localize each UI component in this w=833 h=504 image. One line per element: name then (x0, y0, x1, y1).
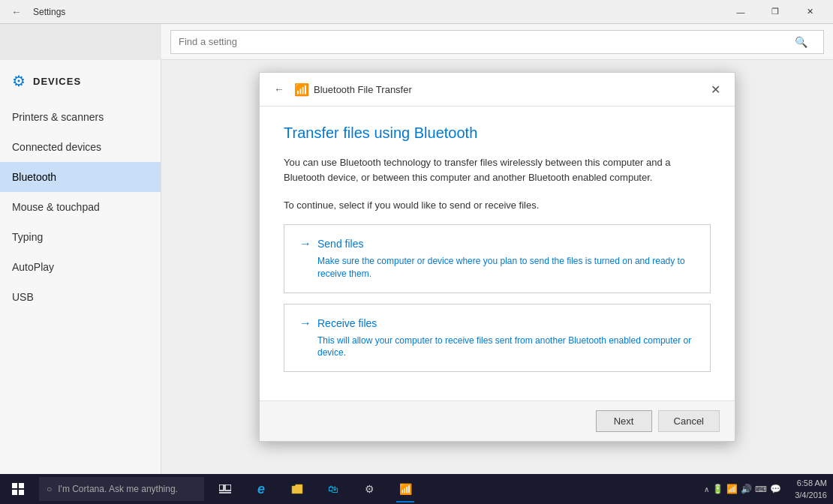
taskbar-explorer[interactable] (279, 474, 315, 504)
sidebar-item-connected[interactable]: Connected devices (0, 132, 161, 162)
send-arrow-icon: → (299, 237, 311, 250)
send-files-option[interactable]: → Send files Make sure the computer or d… (284, 224, 711, 293)
restore-button[interactable]: ❐ (758, 0, 792, 24)
cortana-icon: ○ (47, 484, 52, 494)
search-area: 🔍 (161, 24, 833, 60)
receive-arrow-icon: → (299, 316, 311, 330)
battery-icon: 🔋 (712, 484, 723, 494)
dialog-titlebar: ← 📶 Bluetooth File Transfer ✕ (260, 73, 735, 106)
sidebar-item-typing[interactable]: Typing (0, 222, 161, 252)
taskbar-task-view[interactable] (207, 474, 243, 504)
modal-overlay: ← 📶 Bluetooth File Transfer ✕ Transfer f… (161, 60, 833, 504)
content-area: ← 📶 Bluetooth File Transfer ✕ Transfer f… (161, 60, 833, 504)
sidebar-item-autoplay[interactable]: AutoPlay (0, 252, 161, 282)
sidebar-item-mouse[interactable]: Mouse & touchpad (0, 192, 161, 222)
sidebar-item-usb[interactable]: USB (0, 282, 161, 312)
sidebar: ⚙ DEVICES Printers & scanners Connected … (0, 60, 161, 504)
search-wrapper: 🔍 (170, 30, 824, 54)
start-button[interactable] (0, 474, 36, 504)
receive-files-option[interactable]: → Receive files This will allow your com… (284, 304, 711, 373)
gear-icon: ⚙ (12, 72, 26, 90)
svg-rect-0 (12, 483, 17, 488)
taskbar-bluetooth[interactable]: 📶 (387, 474, 423, 504)
svg-rect-5 (225, 484, 231, 490)
taskbar-edge[interactable]: e (243, 474, 279, 504)
network-icon: 📶 (726, 484, 738, 494)
dialog-footer: Next Cancel (260, 400, 735, 441)
receive-files-title: → Receive files (299, 316, 695, 330)
chevron-icon[interactable]: ∧ (704, 485, 709, 494)
keyboard-icon: ⌨ (755, 484, 767, 494)
title-bar: ← Settings — ❐ ✕ (0, 0, 833, 24)
taskbar-clock[interactable]: 6:58 AM 3/4/2016 (789, 477, 833, 502)
receive-files-desc: This will allow your computer to receive… (317, 334, 695, 360)
time-display: 6:58 AM (797, 477, 827, 490)
dialog-close-button[interactable]: ✕ (705, 79, 726, 100)
receive-files-label: Receive files (317, 317, 377, 329)
title-bar-title: Settings (27, 7, 723, 17)
dialog-heading: Transfer files using Bluetooth (284, 124, 711, 142)
close-button[interactable]: ✕ (792, 0, 827, 24)
svg-rect-1 (19, 483, 24, 488)
dialog-content: Transfer files using Bluetooth You can u… (260, 106, 735, 400)
next-button[interactable]: Next (596, 410, 652, 432)
taskbar-apps: e 🛍 ⚙ 📶 (207, 474, 696, 504)
cortana-search[interactable]: ○ I'm Cortana. Ask me anything. (39, 477, 204, 501)
svg-rect-3 (19, 490, 24, 495)
search-input[interactable] (170, 30, 824, 54)
dialog-bluetooth-icon: 📶 (294, 82, 309, 97)
taskbar-system-tray: ∧ 🔋 📶 🔊 ⌨ 💬 (696, 484, 789, 494)
dialog-description: You can use Bluetooth technology to tran… (284, 155, 711, 184)
volume-icon: 🔊 (741, 484, 752, 494)
send-files-desc: Make sure the computer or device where y… (317, 255, 695, 280)
title-bar-back-button[interactable]: ← (6, 2, 27, 22)
cortana-label: I'm Cortana. Ask me anything. (58, 484, 178, 494)
svg-rect-4 (219, 484, 224, 490)
search-icon: 🔍 (795, 36, 807, 48)
notification-icon[interactable]: 💬 (770, 484, 781, 494)
sidebar-item-bluetooth[interactable]: Bluetooth (0, 162, 161, 192)
minimize-button[interactable]: — (723, 0, 758, 24)
dialog-back-button[interactable]: ← (269, 79, 290, 100)
taskbar: ○ I'm Cortana. Ask me anything. e 🛍 ⚙ 📶 … (0, 474, 833, 504)
sidebar-title: DEVICES (33, 76, 81, 87)
send-files-label: Send files (317, 238, 363, 250)
dialog-titlebar-text: Bluetooth File Transfer (314, 84, 705, 95)
date-display: 3/4/2016 (795, 489, 827, 502)
sidebar-item-printers[interactable]: Printers & scanners (0, 102, 161, 132)
cancel-button[interactable]: Cancel (658, 410, 720, 432)
taskbar-settings[interactable]: ⚙ (351, 474, 387, 504)
taskbar-store[interactable]: 🛍 (315, 474, 351, 504)
sidebar-header: ⚙ DEVICES (0, 66, 161, 102)
dialog-prompt: To continue, select if you would like to… (284, 200, 711, 211)
send-files-title: → Send files (299, 237, 695, 250)
title-bar-controls: — ❐ ✕ (723, 0, 827, 24)
svg-rect-2 (12, 490, 17, 495)
app-body: ⚙ DEVICES Printers & scanners Connected … (0, 60, 833, 504)
bluetooth-file-transfer-dialog: ← 📶 Bluetooth File Transfer ✕ Transfer f… (259, 72, 735, 442)
